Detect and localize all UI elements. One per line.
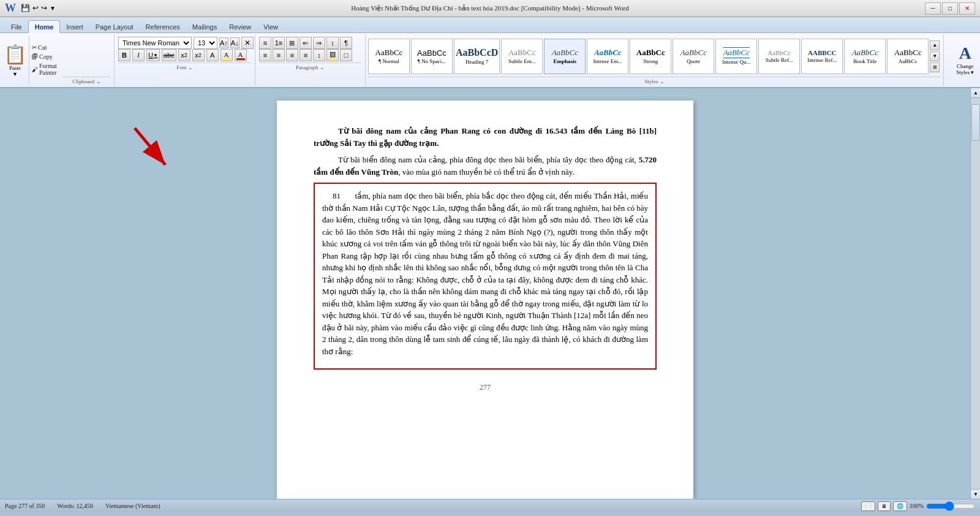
ribbon: 📋 Paste ▼ ✂ Cut 🗐 Copy 🖌 Format Painter …: [0, 33, 980, 88]
style-quote[interactable]: AaBbCc Quote: [673, 39, 714, 74]
window-controls: ─ □ ✕: [925, 2, 975, 15]
format-painter-button[interactable]: 🖌 Format Painter: [31, 62, 63, 77]
zoom-slider[interactable]: [926, 501, 975, 511]
sort-button[interactable]: ↕: [326, 37, 339, 49]
styles-expand-icon[interactable]: ⌄: [660, 78, 665, 85]
justify-button[interactable]: ≡: [300, 49, 312, 61]
underline-button[interactable]: U ▼: [146, 49, 160, 61]
tab-insert[interactable]: Insert: [60, 21, 89, 32]
style-intense-em-preview: AaBbCc: [594, 48, 622, 58]
font-shrink-button[interactable]: A↓: [230, 37, 239, 48]
font-color-button[interactable]: A: [235, 49, 247, 61]
tab-file[interactable]: File: [5, 21, 28, 32]
view-print-layout[interactable]: 📄: [861, 501, 875, 511]
style-intense-q[interactable]: AaBbCc Intense Qu...: [715, 39, 757, 74]
clear-format-button[interactable]: ✕: [241, 37, 254, 49]
scrollbar-up-arrow[interactable]: ▲: [971, 88, 980, 98]
tab-page-layout[interactable]: Page Layout: [89, 21, 140, 32]
copy-button[interactable]: 🗐 Copy: [31, 53, 63, 61]
style-heading7[interactable]: AaBbCcD Heading 7: [454, 39, 500, 74]
close-button[interactable]: ✕: [959, 2, 975, 15]
style-emphasis[interactable]: AaBbCc Emphasis: [544, 39, 586, 74]
borders-button[interactable]: □: [340, 49, 352, 61]
font-label: Font ⌄: [118, 63, 251, 70]
style-intense-ref[interactable]: AaBbCc Intense Ref...: [801, 39, 843, 74]
style-strong[interactable]: AaBbCc Strong: [630, 39, 671, 74]
clipboard-expand-icon[interactable]: ⌄: [96, 78, 101, 85]
increase-indent-button[interactable]: ⇒: [313, 37, 325, 49]
align-left-button[interactable]: ≡: [259, 49, 271, 61]
styles-scroll-down[interactable]: ▼: [930, 51, 940, 61]
style-default-para[interactable]: AaBbCc AaBbCc: [887, 39, 929, 74]
page-number: 277: [314, 382, 657, 393]
scrollbar-down-arrow[interactable]: ▼: [971, 489, 980, 499]
style-no-spacing[interactable]: AaBbCc ¶ No Spaci...: [411, 39, 453, 74]
ribbon-group-paragraph: ≡ 1≡ ⊞ ⇐ ⇒ ↕ ¶ ≡ ≡ ≡ ≡ ↕ ▧ □ Paragraph ⌄: [255, 34, 366, 86]
paragraph-row2: ≡ ≡ ≡ ≡ ↕ ▧ □: [259, 49, 361, 61]
cut-button[interactable]: ✂ Cut: [31, 44, 63, 51]
bold-button[interactable]: B: [118, 49, 130, 61]
style-intense-em[interactable]: AaBbCc Intense Em...: [587, 39, 628, 74]
highlighted-paragraph: 81 tầm, phía nam dọc theo bãi biển, phía…: [314, 183, 657, 370]
document-scroll-area[interactable]: Từ bãi đông nam của cảng Phan Rang có co…: [0, 88, 970, 499]
font-row2: B I U ▼ abc x2 x2 A A A: [118, 49, 251, 61]
red-arrow-annotation: [116, 122, 190, 186]
tab-review[interactable]: Review: [223, 21, 257, 32]
decrease-indent-button[interactable]: ⇐: [300, 37, 312, 49]
style-quote-preview: AaBbCc: [680, 48, 707, 58]
font-size-select[interactable]: 13: [194, 37, 217, 49]
view-web[interactable]: 🌐: [893, 501, 907, 511]
style-subtle-em[interactable]: AaBbCc Subtle Em...: [501, 39, 543, 74]
scrollbar-thumb[interactable]: [971, 104, 980, 141]
style-strong-preview: AaBbCc: [636, 48, 665, 58]
font-name-select[interactable]: Times New Roman: [118, 37, 192, 49]
strikethrough-button[interactable]: abc: [162, 49, 176, 61]
clipboard-group: 📋 Paste ▼ ✂ Cut 🗐 Copy 🖌 Format Painter: [4, 36, 63, 85]
style-book-title-preview: AaBbCc: [852, 48, 878, 58]
paragraph-row1: ≡ 1≡ ⊞ ⇐ ⇒ ↕ ¶: [259, 37, 361, 49]
vertical-scrollbar[interactable]: ▲ ▼: [970, 88, 980, 499]
change-styles-button[interactable]: A ChangeStyles ▾: [954, 42, 976, 77]
align-right-button[interactable]: ≡: [286, 49, 298, 61]
show-formatting-button[interactable]: ¶: [340, 37, 352, 49]
multilevel-button[interactable]: ⊞: [286, 37, 298, 49]
tab-home[interactable]: Home: [28, 20, 61, 33]
tab-view[interactable]: View: [257, 21, 284, 32]
styles-expand[interactable]: ⊞: [930, 63, 940, 72]
style-normal[interactable]: AaBbCc ¶ Normal: [368, 39, 410, 74]
align-center-button[interactable]: ≡: [273, 49, 285, 61]
font-grow-button[interactable]: A↑: [219, 37, 228, 48]
style-book-title[interactable]: AaBbCc Book Title: [844, 39, 886, 74]
style-intense-ref-label: Intense Ref...: [807, 57, 837, 63]
bullets-button[interactable]: ≡: [259, 37, 271, 49]
style-subtle-preview: AaBbCc: [508, 48, 536, 58]
style-subtle-ref[interactable]: AaBbCc Subtle Ref...: [758, 39, 800, 74]
highlight-color-button[interactable]: A: [221, 49, 233, 61]
italic-button[interactable]: I: [132, 49, 145, 61]
styles-scroll-up[interactable]: ▲: [930, 40, 940, 50]
line-spacing-button[interactable]: ↕: [313, 49, 325, 61]
font-expand-icon[interactable]: ⌄: [188, 64, 193, 70]
paste-dropdown-icon[interactable]: ▼: [12, 71, 18, 77]
style-nospace-label: ¶ No Spaci...: [418, 58, 446, 64]
svg-line-1: [135, 128, 165, 165]
status-words: Words: 12,450: [57, 503, 93, 509]
maximize-button[interactable]: □: [942, 2, 958, 15]
minimize-button[interactable]: ─: [925, 2, 941, 15]
highlight-indicator: [222, 58, 231, 60]
paragraph-expand-icon[interactable]: ⌄: [320, 64, 325, 70]
style-quote-label: Quote: [687, 58, 700, 64]
superscript-button[interactable]: x2: [192, 49, 205, 61]
paste-button[interactable]: 📋 Paste ▼: [4, 36, 29, 85]
tab-references[interactable]: References: [140, 21, 186, 32]
style-default-label: AaBbCc: [899, 58, 918, 64]
subscript-button[interactable]: x2: [178, 49, 190, 61]
shading-button[interactable]: ▧: [326, 49, 339, 61]
style-default-preview: AaBbCc: [894, 48, 922, 58]
numbering-button[interactable]: 1≡: [273, 37, 285, 49]
view-fullscreen[interactable]: 🖥: [878, 501, 891, 511]
status-page: Page 277 of 350: [5, 503, 45, 509]
tab-mailings[interactable]: Mailings: [186, 21, 223, 32]
text-effects-button[interactable]: A: [206, 49, 219, 61]
style-intense-q-label: Intense Qu...: [722, 59, 750, 65]
